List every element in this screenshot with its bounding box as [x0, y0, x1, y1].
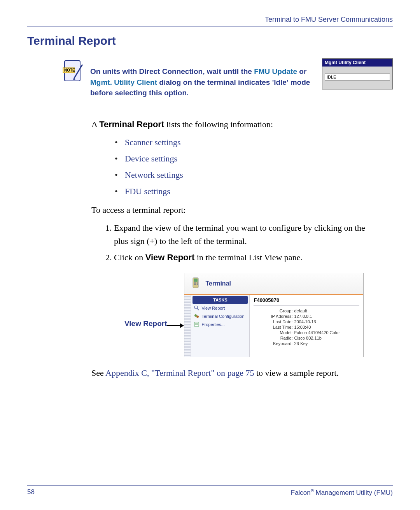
detail-value: Cisco 802.11b — [294, 336, 321, 340]
detail-label: Last Time: — [254, 325, 294, 329]
svg-rect-13 — [195, 284, 196, 285]
page-number: 58 — [27, 488, 35, 497]
callout-label: View Report — [124, 273, 167, 328]
svg-text:NOTE: NOTE — [64, 68, 75, 72]
note-icon: NOTE — [62, 58, 85, 86]
sidebar-grip — [184, 294, 191, 357]
access-line: To access a terminal report: — [91, 203, 381, 217]
task-label: Terminal Configuration — [201, 314, 244, 319]
mgmt-dialog-title: Mgmt Utility Client — [322, 59, 392, 67]
detail-row: Group:default — [254, 308, 359, 314]
product-a: Falcon — [291, 489, 311, 496]
body-content: A Terminal Report lists the following in… — [91, 118, 381, 266]
step-2c: in the terminal List View pane. — [194, 252, 302, 262]
detail-value: default — [294, 308, 307, 313]
properties-icon — [194, 322, 199, 327]
page-footer: 58 Falcon® Management Utility (FMU) — [27, 485, 393, 497]
detail-label: IP Address: — [254, 314, 294, 319]
detail-label: Last Date: — [254, 319, 294, 324]
detail-label: Model: — [254, 330, 294, 335]
registered-icon: ® — [311, 488, 314, 493]
product-name: Falcon® Management Utility (FMU) — [291, 488, 393, 497]
task-terminal-config[interactable]: Terminal Configuration — [191, 312, 249, 320]
svg-point-15 — [194, 306, 198, 309]
detail-row: Last Date:2004-10-13 — [254, 319, 359, 324]
detail-row: Last Time:15:03:40 — [254, 324, 359, 330]
intro-suffix: lists the following information: — [164, 119, 273, 129]
task-label: View Report — [201, 306, 225, 310]
intro-line: A Terminal Report lists the following in… — [91, 118, 381, 131]
note-text: On units with Direct Connection, wait un… — [90, 58, 317, 98]
detail-label: Group: — [254, 308, 294, 313]
tasks-header: TASKS — [192, 296, 248, 304]
task-label: Properties... — [201, 322, 224, 327]
svg-rect-9 — [194, 282, 195, 284]
detail-value: 26-Key — [294, 341, 308, 346]
bullet-item: Device settings — [115, 151, 381, 167]
svg-rect-11 — [197, 282, 198, 284]
screenshot-callout: View Report Terminal TASKS — [124, 273, 393, 357]
details-table: Group:default IP Address:127.0.0.1 Last … — [254, 308, 359, 346]
svg-marker-6 — [180, 323, 184, 328]
step-2a: Click on — [114, 252, 145, 262]
page-header: Terminal to FMU Server Communications — [27, 16, 393, 26]
svg-point-17 — [194, 314, 197, 317]
detail-row: Radio:Cisco 802.11b — [254, 335, 359, 341]
detail-value: 127.0.0.1 — [294, 314, 312, 319]
device-icon — [190, 277, 201, 290]
terminal-panel-title: Terminal — [205, 280, 231, 287]
note-block: NOTE On units with Direct Connection, wa… — [62, 58, 393, 98]
terminal-id: F40005870 — [254, 296, 359, 306]
note-link-fmu-update: FMU Update — [254, 67, 297, 75]
product-b: Management Utility (FMU) — [314, 489, 393, 496]
bullet-item: Scanner settings — [115, 134, 381, 151]
detail-row: IP Address:127.0.0.1 — [254, 314, 359, 319]
terminal-panel-screenshot: Terminal TASKS View Report Terminal Conf… — [184, 273, 364, 357]
detail-value: 15:03:40 — [294, 325, 311, 329]
svg-point-18 — [196, 315, 199, 318]
bullet-item: Network settings — [115, 167, 381, 183]
mgmt-utility-dialog: Mgmt Utility Client IDLE — [322, 58, 393, 89]
svg-line-16 — [197, 308, 199, 310]
bullet-item: FDU settings — [115, 183, 381, 200]
magnifier-icon — [194, 305, 199, 310]
gears-icon — [194, 314, 199, 319]
intro-bold: Terminal Report — [99, 119, 164, 129]
appendix-suffix: to view a sample report. — [254, 368, 339, 378]
svg-rect-10 — [195, 282, 196, 284]
appendix-prefix: See — [91, 368, 105, 378]
appendix-link[interactable]: Appendix C, "Terminal Report" on page 75 — [105, 368, 254, 378]
detail-value: 2004-10-13 — [294, 319, 316, 324]
mgmt-dialog-status: IDLE — [325, 74, 390, 81]
task-view-report[interactable]: View Report — [191, 304, 249, 312]
step-2b: View Report — [145, 252, 195, 262]
svg-rect-8 — [194, 279, 198, 282]
page-title: Terminal Report — [27, 34, 393, 47]
note-link-mgmt-client: Mgmt. Utility Client — [90, 78, 157, 86]
arrow-icon — [167, 273, 184, 329]
step-2: Click on View Report in the terminal Lis… — [114, 249, 381, 266]
note-part1: On units with Direct Connection, wait un… — [90, 67, 254, 75]
detail-row: Model:Falcon 4410/4420 Color — [254, 330, 359, 335]
detail-row: Keyboard:26-Key — [254, 341, 359, 346]
step-1: Expand the view of the terminal you want… — [114, 220, 381, 249]
detail-label: Radio: — [254, 336, 294, 340]
detail-label: Keyboard: — [254, 341, 294, 346]
appendix-line: See Appendix C, "Terminal Report" on pag… — [91, 366, 381, 380]
task-properties[interactable]: Properties... — [191, 320, 249, 328]
svg-rect-12 — [194, 284, 195, 285]
intro-prefix: A — [91, 119, 99, 129]
note-part2: or — [297, 67, 306, 75]
detail-value: Falcon 4410/4420 Color — [294, 330, 340, 335]
svg-rect-14 — [197, 284, 198, 285]
